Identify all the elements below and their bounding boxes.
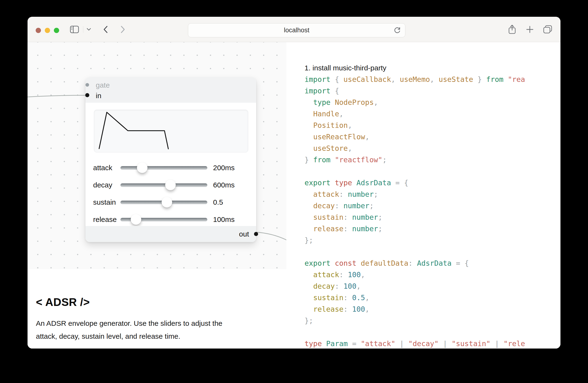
code-line: sustain: 0.5, [305, 292, 525, 303]
zoom-window-button[interactable] [54, 28, 59, 33]
code-line: } from "reactflow"; [305, 154, 525, 166]
decay-slider-value: 600ms [213, 181, 235, 189]
tab-overview-button[interactable] [542, 17, 553, 42]
decay-slider-row: decay 600ms [85, 180, 256, 190]
code-line: type Param = "attack" | "decay" | "susta… [305, 338, 525, 348]
code-line: release: 100, [305, 303, 525, 315]
sustain-slider-row: sustain 0.5 [85, 197, 256, 208]
chevron-down-icon [87, 28, 91, 31]
in-port[interactable] [85, 93, 89, 97]
gate-port-label: gate [96, 81, 110, 89]
attack-slider-thumb[interactable] [137, 163, 147, 173]
minimize-window-button[interactable] [45, 28, 50, 33]
decay-slider-thumb[interactable] [165, 180, 176, 190]
reload-icon [393, 26, 401, 34]
attack-slider-label: attack [93, 164, 112, 172]
envelope-curve [94, 110, 248, 152]
attack-slider-value: 200ms [213, 164, 235, 172]
code-line: decay: 100, [305, 280, 525, 292]
envelope-graph [94, 110, 248, 152]
plus-icon [526, 25, 534, 34]
code-line: decay: number; [305, 200, 525, 212]
code-panel: 1. install music-third-partyimport { use… [286, 42, 561, 348]
adsr-node-header[interactable]: gate in [85, 77, 256, 103]
release-slider-row: release 100ms [85, 214, 256, 225]
out-port-label: out [239, 230, 249, 238]
share-button[interactable] [507, 17, 517, 42]
sidebar-icon [70, 26, 79, 33]
sidebar-toggle-button[interactable] [69, 17, 80, 42]
gate-port[interactable] [85, 83, 89, 87]
sustain-slider-value: 0.5 [213, 198, 223, 206]
forward-button[interactable] [118, 17, 128, 42]
tabs-icon [543, 25, 553, 34]
sustain-slider-track[interactable] [120, 201, 207, 204]
attack-slider-track[interactable] [120, 166, 207, 170]
flow-canvas[interactable]: gate in attack 200ms de [27, 42, 286, 348]
code-line: sustain: number; [305, 212, 525, 223]
code-line: }; [305, 315, 525, 326]
attack-slider-row: attack 200ms [85, 163, 256, 173]
page-description-line2: attack, decay, sustain level, and releas… [36, 330, 252, 343]
decay-slider-track[interactable] [120, 183, 207, 187]
code-line: import { useCallback, useMemo, useState … [305, 74, 525, 85]
in-port-label: in [96, 92, 101, 100]
chevron-left-icon [104, 26, 108, 33]
share-icon [508, 24, 516, 35]
code-line: }; [305, 234, 525, 246]
code-line: type NodeProps, [305, 97, 525, 108]
code-line: attack: number; [305, 189, 525, 200]
sustain-slider-thumb[interactable] [162, 197, 172, 208]
out-port[interactable] [254, 232, 258, 236]
page-content: gate in attack 200ms de [27, 42, 561, 348]
adsr-node-footer: out [85, 226, 256, 242]
toolbar-divider [83, 26, 83, 33]
code-line: import { [305, 85, 525, 97]
code-line [305, 326, 525, 338]
new-tab-button[interactable] [525, 17, 535, 42]
release-slider-value: 100ms [213, 215, 235, 224]
release-slider-track[interactable] [120, 218, 207, 221]
code-line: Position, [305, 120, 525, 131]
sustain-slider-label: sustain [93, 198, 116, 206]
page-description: An ADSR envelope generator. Use the slid… [36, 317, 252, 343]
sidebar-menu-button[interactable] [85, 17, 93, 42]
page-description-line1: An ADSR envelope generator. Use the slid… [36, 317, 252, 330]
code-line: attack: 100, [305, 269, 525, 280]
adsr-node[interactable]: gate in attack 200ms de [85, 77, 256, 242]
code-line [305, 246, 525, 257]
code-line [305, 166, 525, 177]
reload-button[interactable] [393, 26, 401, 35]
page-title: < ADSR /> [36, 296, 90, 309]
chevron-right-icon [121, 26, 125, 33]
code-line: export const defaultData: AdsrData = { [305, 257, 525, 269]
close-window-button[interactable] [36, 28, 41, 33]
code-line: export type AdsrData = { [305, 177, 525, 189]
back-button[interactable] [101, 17, 110, 42]
release-slider-thumb[interactable] [131, 214, 141, 225]
code-line: Handle, [305, 108, 525, 120]
address-bar[interactable]: localhost [188, 23, 405, 37]
browser-window: localhost [27, 17, 561, 348]
decay-slider-label: decay [93, 181, 112, 189]
code-listing: 1. install music-third-partyimport { use… [305, 62, 525, 348]
browser-toolbar: localhost [27, 17, 561, 42]
address-bar-url: localhost [284, 27, 310, 34]
code-line: useReactFlow, [305, 131, 525, 143]
code-line: useStore, [305, 143, 525, 154]
code-line: release: number; [305, 223, 525, 234]
release-slider-label: release [93, 215, 117, 224]
code-line: 1. install music-third-party [305, 62, 525, 74]
